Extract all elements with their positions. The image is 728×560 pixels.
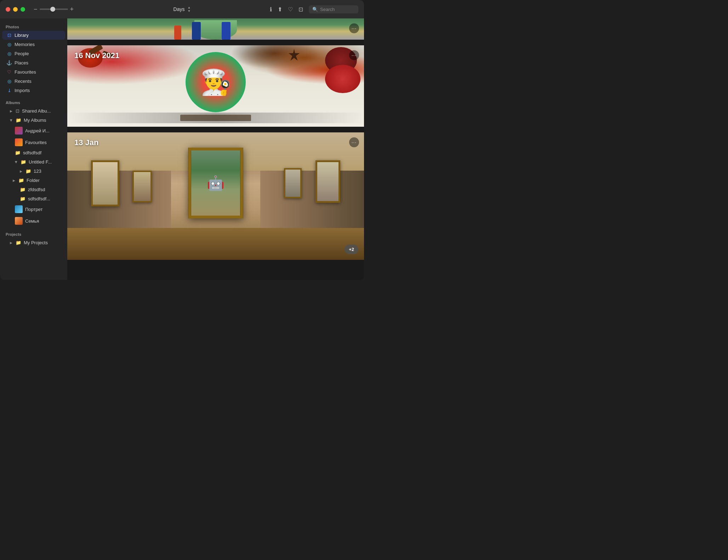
divider-1	[67, 42, 364, 45]
sidebar-item-places-label: Places	[15, 60, 28, 65]
sidebar-item-untitled[interactable]: ▶ 📁 Untitled F...	[2, 158, 65, 166]
places-icon: ⚓	[6, 60, 12, 65]
search-box[interactable]: 🔍 Search	[309, 5, 358, 13]
shared-albums-folder-icon: ⊡	[16, 108, 19, 114]
sidebar-item-favourites-label: Favourites	[15, 69, 36, 75]
info-icon[interactable]: ℹ	[270, 6, 272, 13]
sidebar-item-favs[interactable]: Favourites	[2, 137, 65, 148]
search-label: Search	[320, 7, 335, 12]
jan-photo-banner: 🤖 +2	[67, 132, 364, 260]
library-icon: ⊡	[6, 33, 12, 38]
section-photos-label: Photos	[0, 23, 67, 30]
sidebar-item-semya[interactable]: Семья	[2, 215, 65, 227]
toolbar-right: ℹ ⬆ ♡ ⊡ 🔍 Search	[270, 5, 358, 13]
sidebar-item-memories[interactable]: ◎ Memories	[2, 40, 65, 49]
favs-thumb	[15, 138, 23, 146]
sidebar-item-sdfsdfsdf[interactable]: 📁 sdfsdfsdf	[2, 148, 65, 157]
portret-label: Портрет	[25, 207, 42, 212]
sidebar-item-imports[interactable]: ⤓ Imports	[2, 86, 65, 95]
sidebar-item-shared-albums[interactable]: ▶ ⊡ Shared Albu...	[2, 107, 65, 115]
untitled-label: Untitled F...	[29, 159, 52, 165]
photo-section-jan: 13 Jan ··· 🤖 +2	[67, 132, 364, 260]
sidebar-item-people[interactable]: ◎ People	[2, 49, 65, 58]
nov-more-button[interactable]: ···	[349, 50, 359, 60]
favs-label: Favourites	[25, 140, 47, 145]
memories-icon: ◎	[6, 42, 12, 47]
shared-albums-arrow: ▶	[10, 109, 12, 113]
sidebar-item-andrey[interactable]: Андрей И...	[2, 125, 65, 136]
left-painting-1	[91, 160, 119, 206]
mona-robot-painting: 🤖	[191, 150, 240, 216]
sidebar-item-people-label: People	[15, 51, 29, 56]
plus-count-badge[interactable]: +2	[345, 245, 358, 254]
sidebar-item-my-projects[interactable]: ▶ 📁 My Projects	[2, 238, 65, 247]
top-photo-banner	[67, 18, 364, 40]
sidebar-item-library-label: Library	[15, 33, 29, 38]
title-chevrons[interactable]: ▲ ▼	[187, 6, 190, 12]
andrey-label: Андрей И...	[25, 128, 50, 133]
my-projects-icon: 📁	[16, 240, 21, 245]
sidebar-item-recents[interactable]: ◎ Recents	[2, 77, 65, 86]
sdfsdfsdf2-icon: 📁	[20, 196, 25, 201]
close-button[interactable]	[6, 7, 10, 12]
minimize-button[interactable]	[13, 7, 18, 12]
sidebar-item-portret[interactable]: Портрет	[2, 204, 65, 215]
sidebar-item-places[interactable]: ⚓ Places	[2, 58, 65, 67]
zoom-slider[interactable]	[40, 8, 68, 10]
zfdsdfsd-label: zfdsdfsd	[28, 187, 45, 192]
sidebar-item-123[interactable]: ▶ 📁 123	[2, 167, 65, 176]
sidebar-item-my-albums-label: My Albums	[24, 118, 46, 123]
traffic-lights	[6, 7, 25, 12]
123-folder-icon: 📁	[25, 168, 31, 174]
maximize-button[interactable]	[21, 7, 25, 12]
my-projects-arrow: ▶	[10, 241, 12, 245]
jan-date-label: 13 Jan	[74, 138, 99, 147]
museum-floor	[67, 228, 364, 260]
zoom-in-button[interactable]: +	[70, 6, 74, 12]
my-albums-arrow: ▶	[10, 119, 13, 121]
sdfsdfsdf-folder-icon: 📁	[15, 150, 21, 155]
folder-label: Folder	[27, 178, 40, 183]
folder-folder-icon: 📁	[18, 178, 24, 183]
center-painting: 🤖	[188, 148, 243, 218]
top-photo-more-button[interactable]: ···	[349, 23, 359, 33]
share-icon[interactable]: ⬆	[278, 6, 282, 13]
sidebar-item-folder[interactable]: ▶ 📁 Folder	[2, 176, 65, 185]
zoom-controls: − +	[34, 6, 74, 12]
sidebar-item-my-albums[interactable]: ▶ 📁 My Albums	[2, 116, 65, 125]
content-area: ··· 16 Nov 2021 ··· 👨‍🍳	[67, 18, 364, 280]
sidebar-item-imports-label: Imports	[15, 88, 30, 93]
titlebar: − + Days ▲ ▼ ℹ ⬆ ♡ ⊡ 🔍 Search	[0, 0, 364, 18]
window-title: Days	[174, 6, 185, 12]
untitled-folder-icon: 📁	[21, 159, 26, 165]
section-albums-label: Albums	[0, 98, 67, 106]
sidebar-item-zfdsdfsd[interactable]: 📁 zfdsdfsd	[2, 185, 65, 194]
123-label: 123	[34, 168, 41, 174]
heart-icon[interactable]: ♡	[288, 6, 293, 13]
sidebar-item-memories-label: Memories	[15, 42, 35, 47]
imports-icon: ⤓	[6, 88, 12, 93]
zoom-out-button[interactable]: −	[34, 6, 38, 12]
sidebar-item-library[interactable]: ⊡ Library	[2, 31, 65, 40]
nov-date-label: 16 Nov 2021	[74, 51, 119, 60]
chef-sticker: 👨‍🍳	[186, 52, 246, 112]
photo-section-nov: 16 Nov 2021 ··· 👨‍🍳	[67, 45, 364, 127]
zoom-thumb	[50, 7, 55, 12]
main-layout: Photos ⊡ Library ◎ Memories ◎ People ⚓ P…	[0, 18, 364, 280]
andrey-thumb	[15, 127, 23, 135]
portret-thumb	[15, 205, 23, 213]
divider-2	[67, 130, 364, 132]
semya-thumb	[15, 217, 23, 225]
crop-icon[interactable]: ⊡	[298, 6, 303, 13]
sidebar-item-favourites[interactable]: ♡ Favourites	[2, 68, 65, 76]
my-albums-folder-icon: 📁	[16, 118, 21, 123]
photo-section-top: ···	[67, 18, 364, 40]
folder-arrow: ▶	[13, 179, 15, 182]
sidebar-item-sdfsdfsdf2[interactable]: 📁 sdfsdfsdf...	[2, 194, 65, 203]
jan-more-button[interactable]: ···	[349, 137, 359, 147]
chef-emoji: 👨‍🍳	[191, 57, 240, 107]
left-painting-2	[132, 171, 152, 202]
semya-label: Семья	[25, 218, 39, 224]
favourites-icon: ♡	[6, 69, 12, 75]
sdfsdfsdf-label: sdfsdfsdf	[23, 150, 41, 155]
